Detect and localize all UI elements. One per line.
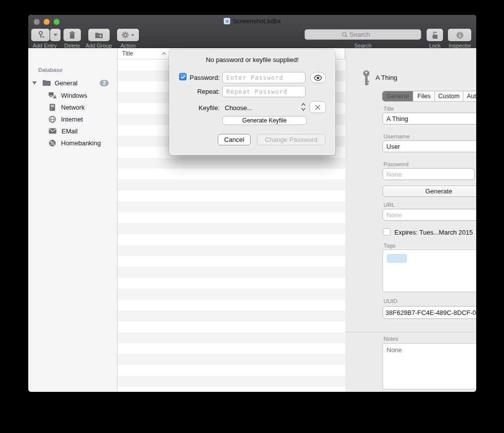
notes-divider bbox=[346, 332, 476, 332]
action-button[interactable] bbox=[117, 29, 139, 41]
delete-button[interactable] bbox=[63, 29, 81, 41]
titlebar-toolbar: Screenshot.kdbx Add Entry Del bbox=[28, 15, 476, 48]
uuid-label: UUID bbox=[383, 298, 397, 304]
folder-icon bbox=[42, 79, 51, 86]
sidebar-item-windows[interactable]: Windows bbox=[28, 90, 118, 101]
change-password-dialog: No password or keyfile supplied! Passwor… bbox=[169, 50, 335, 155]
trash-icon bbox=[69, 31, 75, 39]
sidebar-header: Database bbox=[38, 67, 63, 73]
key-icon bbox=[361, 70, 372, 87]
username-label: Username bbox=[383, 133, 410, 139]
chevron-down-icon bbox=[54, 34, 58, 36]
eye-icon bbox=[314, 75, 322, 81]
chevron-down-icon bbox=[131, 34, 134, 36]
group-label: Homebanking bbox=[61, 139, 101, 147]
unlocked-padlock-icon bbox=[432, 31, 439, 39]
inspector-panel: A Thing General Files Custom Autotype Ti… bbox=[346, 48, 476, 392]
search-input-wrap bbox=[305, 29, 421, 40]
expires-label: Expires: Tues...March 2015 bbox=[394, 229, 473, 236]
sidebar-item-network[interactable]: Network bbox=[28, 102, 118, 113]
tags-box[interactable] bbox=[382, 249, 476, 292]
url-field[interactable] bbox=[382, 209, 476, 221]
tab-general[interactable]: General bbox=[382, 91, 413, 101]
url-label: URL bbox=[383, 202, 395, 208]
popup-stepper-icon[interactable] bbox=[301, 103, 306, 111]
group-label: Internet bbox=[61, 116, 83, 123]
generate-keyfile-button[interactable]: Generate Keyfile bbox=[222, 116, 307, 125]
clear-keyfile-button[interactable] bbox=[310, 101, 326, 113]
notes-label: Notes bbox=[383, 336, 398, 342]
dialog-message: No password or keyfile supplied! bbox=[169, 56, 335, 63]
dialog-repeat-input[interactable] bbox=[222, 86, 306, 97]
username-field[interactable] bbox=[382, 140, 476, 152]
dialog-password-input[interactable] bbox=[222, 72, 306, 83]
document-icon bbox=[224, 18, 230, 24]
column-header-title[interactable]: Title bbox=[122, 50, 133, 57]
keyfile-popup-button[interactable]: Choose... bbox=[225, 104, 252, 112]
empty-tag-pill[interactable] bbox=[387, 254, 407, 263]
notes-field[interactable] bbox=[382, 343, 476, 389]
add-entry-button[interactable] bbox=[31, 29, 50, 41]
group-label: Network bbox=[61, 104, 85, 111]
info-icon bbox=[456, 31, 464, 39]
sidebar-item-general[interactable]: General 2 bbox=[28, 77, 118, 88]
search-icon bbox=[342, 32, 348, 38]
app-window: Screenshot.kdbx Add Entry Del bbox=[28, 15, 476, 392]
globe-icon bbox=[49, 116, 56, 123]
sidebar-item-email[interactable]: EMail bbox=[28, 125, 118, 136]
tags-label: Tags bbox=[383, 243, 395, 248]
server-icon bbox=[49, 104, 56, 111]
password-label: Password bbox=[383, 161, 409, 167]
sidebar-item-internet[interactable]: Internet bbox=[28, 114, 118, 124]
tab-autotype[interactable]: Autotype bbox=[463, 91, 476, 101]
key-plus-icon bbox=[37, 31, 45, 39]
entry-title: A Thing bbox=[376, 74, 397, 81]
folder-plus-icon bbox=[95, 32, 103, 39]
add-entry-dropdown[interactable] bbox=[50, 29, 61, 41]
tab-custom[interactable]: Custom bbox=[435, 91, 463, 101]
add-group-button[interactable] bbox=[88, 29, 110, 41]
dialog-keyfile-label: Keyfile: bbox=[177, 104, 220, 112]
dialog-reveal-password-button[interactable] bbox=[310, 72, 326, 83]
password-field[interactable] bbox=[382, 168, 475, 180]
generate-password-button[interactable]: Generate bbox=[382, 186, 476, 197]
uuid-field[interactable] bbox=[382, 306, 476, 319]
entry-count-badge: 2 bbox=[100, 80, 109, 86]
title-field[interactable] bbox=[382, 113, 476, 124]
envelope-icon bbox=[49, 128, 57, 134]
percent-icon bbox=[49, 139, 56, 147]
lock-button[interactable] bbox=[427, 29, 443, 41]
close-x-icon bbox=[315, 105, 320, 110]
windows-network-icon bbox=[48, 92, 57, 99]
group-label: General bbox=[55, 79, 77, 87]
sort-ascending-icon bbox=[162, 52, 166, 55]
sidebar-item-homebanking[interactable]: Homebanking bbox=[28, 137, 118, 148]
tab-files[interactable]: Files bbox=[413, 91, 435, 101]
cancel-button[interactable]: Cancel bbox=[218, 134, 251, 145]
expires-checkbox[interactable] bbox=[383, 228, 390, 236]
window-title: Screenshot.kdbx bbox=[28, 17, 476, 25]
title-label: Title bbox=[383, 106, 394, 112]
dialog-repeat-label: Repeat: bbox=[177, 88, 220, 95]
change-password-button[interactable]: Change Password bbox=[257, 134, 325, 145]
gear-icon bbox=[122, 31, 129, 39]
inspector-button[interactable] bbox=[448, 29, 471, 41]
dialog-password-label: Password: bbox=[177, 74, 220, 81]
group-sidebar: Database General 2 Windows bbox=[28, 48, 118, 392]
inspector-tabs: General Files Custom Autotype bbox=[382, 91, 476, 102]
group-label: Windows bbox=[61, 92, 87, 99]
group-label: EMail bbox=[62, 127, 78, 135]
search-input[interactable] bbox=[350, 31, 384, 38]
disclosure-triangle-icon[interactable] bbox=[32, 81, 37, 85]
